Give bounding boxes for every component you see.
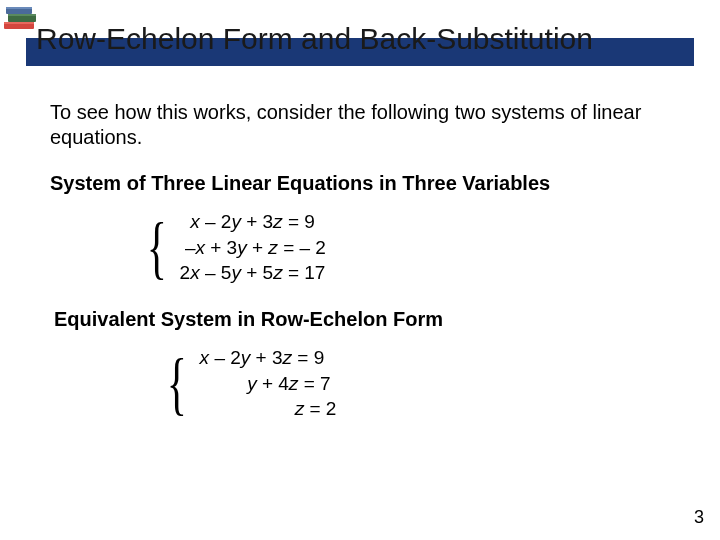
- equation-row: x – 2y + 3z = 9: [180, 209, 326, 235]
- system2-equations: { x – 2y + 3z = 9 y + 4z = 7 z = 2: [160, 345, 680, 422]
- svg-rect-1: [4, 22, 34, 24]
- brace-icon: {: [147, 216, 167, 279]
- system1-heading: System of Three Linear Equations in Thre…: [50, 172, 680, 195]
- equation-row: –x + 3y + z = – 2: [180, 235, 326, 261]
- system2-heading: Equivalent System in Row-Echelon Form: [54, 308, 680, 331]
- equation-row: 2x – 5y + 5z = 17: [180, 260, 326, 286]
- equations-group-1: x – 2y + 3z = 9 –x + 3y + z = – 2 2x – 5…: [180, 209, 326, 286]
- system1-equations: { x – 2y + 3z = 9 –x + 3y + z = – 2 2x –…: [140, 209, 680, 286]
- equation-row: y + 4z = 7: [200, 371, 337, 397]
- title-bar: Row-Echelon Form and Back-Substitution: [26, 22, 694, 68]
- intro-text: To see how this works, consider the foll…: [50, 100, 680, 150]
- equation-row: z = 2: [200, 396, 337, 422]
- slide-title: Row-Echelon Form and Back-Substitution: [36, 22, 593, 56]
- body-content: To see how this works, consider the foll…: [50, 100, 680, 422]
- equations-group-2: x – 2y + 3z = 9 y + 4z = 7 z = 2: [200, 345, 337, 422]
- equation-row: x – 2y + 3z = 9: [200, 345, 337, 371]
- brace-icon: {: [167, 352, 187, 415]
- page-number: 3: [694, 507, 704, 528]
- svg-rect-5: [6, 7, 32, 9]
- svg-rect-3: [8, 14, 36, 16]
- books-icon: [0, 0, 42, 40]
